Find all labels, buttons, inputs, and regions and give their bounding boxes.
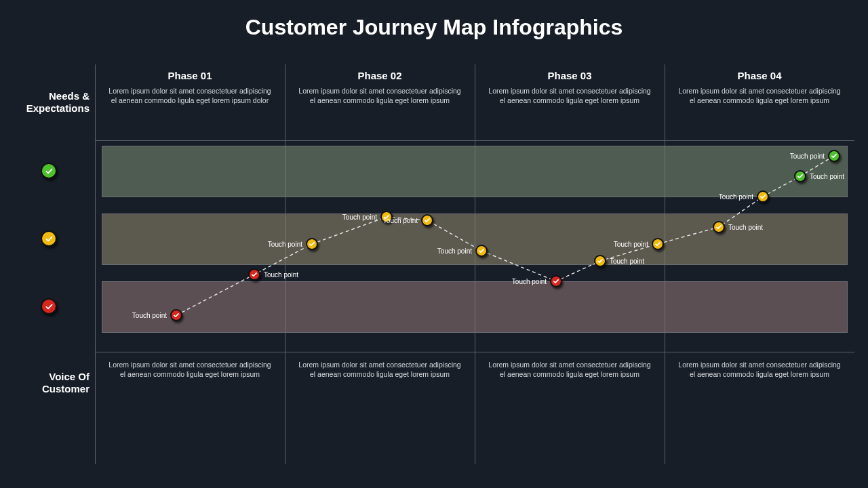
zone-neutral (102, 214, 848, 265)
touchpoint-dot (248, 268, 260, 281)
voice-desc: Lorem ipsum dolor sit amet consectetuer … (102, 360, 278, 379)
page-title: Customer Journey Map Infographics (0, 0, 868, 40)
legend-negative-icon (41, 298, 57, 314)
phase-desc: Lorem ipsum dolor sit amet consectetuer … (671, 86, 848, 105)
divider (95, 64, 96, 464)
phase-desc: Lorem ipsum dolor sit amet consectetuer … (481, 86, 658, 105)
phase-label: Phase 04 (665, 70, 854, 81)
phase-label: Phase 02 (285, 70, 475, 81)
row-label-voice: Voice Of Customer (14, 371, 90, 395)
phase-desc: Lorem ipsum dolor sit amet consectetuer … (102, 86, 278, 105)
zone-positive (102, 146, 848, 197)
journey-map: Phase 01 Phase 02 Phase 03 Phase 04 Lore… (14, 64, 854, 464)
voice-desc: Lorem ipsum dolor sit amet consectetuer … (292, 360, 468, 379)
zone-negative (102, 281, 848, 333)
legend-neutral-icon (41, 230, 57, 247)
phase-label: Phase 01 (95, 70, 285, 81)
voice-desc: Lorem ipsum dolor sit amet consectetuer … (671, 360, 848, 379)
voice-desc: Lorem ipsum dolor sit amet consectetuer … (481, 360, 658, 379)
divider (95, 140, 854, 141)
phase-desc: Lorem ipsum dolor sit amet consectetuer … (292, 86, 468, 105)
phase-label: Phase 03 (475, 70, 665, 81)
legend-positive-icon (41, 163, 57, 179)
row-label-needs: Needs & Expectations (14, 90, 90, 115)
divider (95, 352, 854, 352)
touchpoint-label: Touch point (254, 271, 298, 279)
